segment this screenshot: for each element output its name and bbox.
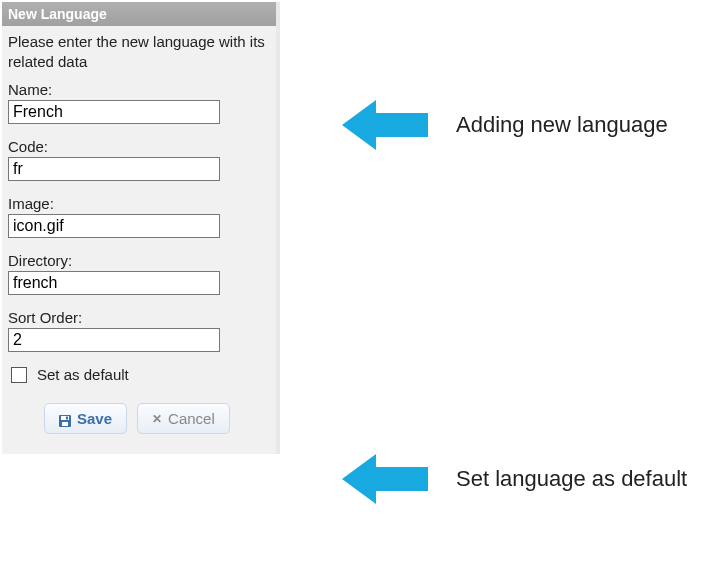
panel-title: New Language [2,2,276,26]
sort-order-label: Sort Order: [8,309,270,326]
code-label: Code: [8,138,270,155]
svg-marker-4 [342,100,428,150]
disk-icon [59,413,71,425]
new-language-panel: New Language Please enter the new langua… [2,2,280,454]
name-label: Name: [8,81,270,98]
annotation-set-default: Set language as default [342,454,687,504]
field-code: Code: [8,138,270,181]
svg-rect-3 [66,416,68,419]
arrow-left-icon [342,454,428,504]
cancel-button-label: Cancel [168,410,215,427]
language-form: Name: Code: Image: Directory: Sort Order… [2,81,276,454]
save-button[interactable]: Save [44,403,127,434]
svg-rect-2 [62,422,68,426]
annotation-set-default-text: Set language as default [456,465,687,493]
image-label: Image: [8,195,270,212]
directory-input[interactable] [8,271,220,295]
button-row: Save ✕ Cancel [44,403,270,434]
code-input[interactable] [8,157,220,181]
save-button-label: Save [77,410,112,427]
panel-instruction: Please enter the new language with its r… [2,26,276,81]
set-default-row: Set as default [11,366,270,383]
image-input[interactable] [8,214,220,238]
sort-order-input[interactable] [8,328,220,352]
close-icon: ✕ [152,412,162,426]
set-default-label: Set as default [37,366,129,383]
cancel-button[interactable]: ✕ Cancel [137,403,230,434]
annotation-add-language: Adding new language [342,100,668,150]
svg-marker-5 [342,454,428,504]
field-image: Image: [8,195,270,238]
field-directory: Directory: [8,252,270,295]
name-input[interactable] [8,100,220,124]
arrow-left-icon [342,100,428,150]
field-sort-order: Sort Order: [8,309,270,352]
set-default-checkbox[interactable] [11,367,27,383]
field-name: Name: [8,81,270,124]
annotation-add-language-text: Adding new language [456,111,668,139]
directory-label: Directory: [8,252,270,269]
